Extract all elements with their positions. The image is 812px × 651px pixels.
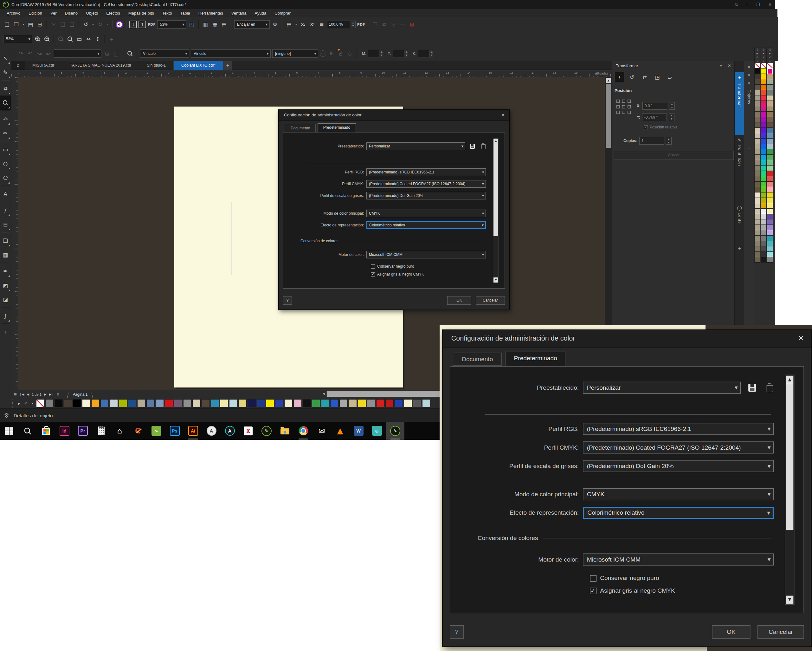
color-swatch[interactable] <box>229 399 237 408</box>
color-swatch[interactable] <box>761 85 766 90</box>
color-engine-combo[interactable]: Microsoft ICM CMM▼ <box>583 553 774 565</box>
color-swatch[interactable] <box>755 182 760 187</box>
freehand-tool[interactable]: ✍ <box>0 112 11 126</box>
color-swatch[interactable] <box>755 246 760 252</box>
color-swatch[interactable] <box>761 165 766 171</box>
menu-objeto[interactable]: Objeto <box>82 10 102 17</box>
color-swatch[interactable] <box>404 399 412 408</box>
taskbar-icon-vlc[interactable]: ▲ <box>331 422 349 440</box>
color-swatch[interactable] <box>767 235 773 241</box>
add-docker-button[interactable]: ＋ <box>735 243 744 255</box>
color-swatch[interactable] <box>761 149 766 155</box>
position-transform-icon[interactable]: ＋ <box>615 72 624 82</box>
palette-eyedropper-icon[interactable]: ✐ <box>23 402 29 405</box>
color-swatch[interactable] <box>767 182 773 187</box>
add-page-icon-right[interactable]: ⊞ <box>57 393 59 396</box>
color-swatch[interactable] <box>755 79 760 85</box>
rollover-extract-icon[interactable]: ↝ <box>35 49 43 58</box>
color-swatch[interactable] <box>755 219 760 225</box>
menu-archivo[interactable]: Archivo <box>3 10 24 17</box>
menu-mapas-de-bits[interactable]: Mapas de bits <box>124 10 158 17</box>
color-swatch[interactable] <box>767 241 773 246</box>
color-swatch[interactable] <box>767 160 773 165</box>
zoom-out-icon[interactable]: − <box>43 35 51 43</box>
relative-position-checkbox[interactable] <box>644 125 648 129</box>
tab-predeterminado[interactable]: Predeterminado <box>317 123 356 133</box>
color-swatch[interactable] <box>761 176 766 182</box>
rgb-profile-combo[interactable]: (Predeterminado) sRGB IEC61966-2.1▼ <box>583 423 774 435</box>
hand-pointer-icon[interactable]: ☝ <box>337 49 345 58</box>
delete-preset-icon[interactable] <box>479 142 487 150</box>
color-swatch[interactable] <box>755 95 760 101</box>
docker-tab-transformar[interactable]: ＋Transformar <box>735 72 744 135</box>
taskbar-icon-search[interactable] <box>18 422 37 440</box>
color-swatch[interactable] <box>767 101 773 106</box>
taskbar-icon-file-explorer[interactable] <box>276 422 294 440</box>
palette-collapse-icon[interactable]: ∧ <box>761 59 766 63</box>
menu-efectos[interactable]: Efectos <box>102 10 124 17</box>
palette-flyout-icon[interactable]: ▶ <box>761 52 766 55</box>
color-swatch[interactable] <box>247 399 256 408</box>
zoom-to-all-objects-icon[interactable] <box>66 35 74 43</box>
duplicate-state-icon[interactable]: ⧉ <box>103 49 111 58</box>
color-swatch[interactable] <box>755 252 760 257</box>
taskbar-icon-premiere[interactable]: Pr <box>73 422 92 440</box>
hotspot-icon[interactable]: ≋ <box>328 49 335 58</box>
primary-color-mode-combo[interactable]: CMYK▼ <box>583 488 774 500</box>
dialog-scroll-thumb[interactable] <box>493 144 498 236</box>
crop-tool[interactable]: ⧉ <box>0 81 11 95</box>
color-swatch[interactable] <box>128 399 136 408</box>
rollover-create-icon[interactable]: ↷ <box>17 49 25 58</box>
color-swatch[interactable] <box>45 399 53 408</box>
new-document-tab-button[interactable]: + <box>223 61 232 70</box>
color-swatch[interactable] <box>767 230 773 235</box>
copies-stepper[interactable]: ▲▼ <box>666 137 672 145</box>
color-swatch[interactable] <box>755 203 760 209</box>
rotate-transform-icon[interactable]: ↺ <box>627 72 637 82</box>
status-gear-icon[interactable]: ⚙ <box>4 412 9 419</box>
import-icon[interactable]: ↓ <box>129 21 137 28</box>
color-swatch[interactable] <box>395 399 403 408</box>
color-swatch[interactable] <box>755 117 760 122</box>
skew-transform-icon[interactable]: ▱ <box>665 72 675 82</box>
color-swatch[interactable] <box>755 214 760 219</box>
smart-fill-tool[interactable]: ◪ <box>0 292 11 307</box>
full-screen-preview-icon[interactable]: ◳ <box>188 20 195 29</box>
color-swatch[interactable] <box>761 112 766 117</box>
docker-collapse-icon[interactable]: » <box>720 63 722 68</box>
web-text-compatible-icon[interactable]: ♁ <box>346 49 354 58</box>
taskbar-icon-photoshop[interactable]: Ps <box>165 422 184 440</box>
color-swatch[interactable] <box>755 101 760 106</box>
color-swatch[interactable] <box>312 399 320 408</box>
redo-dropdown-icon[interactable]: ▾ <box>105 20 109 29</box>
y-value-spinner[interactable]: ▲▼ <box>393 50 409 57</box>
character-spacing-icon[interactable]: ≡ <box>318 20 325 29</box>
color-swatch[interactable] <box>147 399 155 408</box>
color-swatch[interactable] <box>293 399 302 408</box>
y-stepper[interactable]: ▲▼ <box>669 113 675 121</box>
color-swatch[interactable] <box>376 399 385 408</box>
color-swatch[interactable] <box>761 241 766 246</box>
dialog-scroll-down-icon[interactable]: ▼ <box>493 277 498 283</box>
grayscale-profile-combo[interactable]: (Predeterminado) Dot Gain 20%▼ <box>583 460 774 472</box>
open-document-icon[interactable]: ❐ <box>12 20 20 29</box>
rollover-duplicate-icon[interactable]: ↜ <box>45 49 52 58</box>
redo-icon[interactable]: ↻ <box>96 20 104 29</box>
color-swatch[interactable] <box>755 122 760 128</box>
color-swatch[interactable] <box>767 112 773 117</box>
color-swatch[interactable] <box>767 117 773 122</box>
color-swatch[interactable] <box>755 106 760 112</box>
zoom-to-page-icon[interactable]: ▭ <box>75 35 83 43</box>
color-swatch[interactable] <box>755 160 760 165</box>
menu-edición[interactable]: Edición <box>24 10 46 17</box>
document-options-dropdown-icon[interactable]: ▾ <box>295 20 298 29</box>
color-swatch[interactable] <box>761 144 766 149</box>
document-tab[interactable]: Coolant LIXTO.cdr* <box>174 61 223 70</box>
color-swatch[interactable] <box>755 112 760 117</box>
apply-button[interactable]: Aplicar <box>614 151 734 160</box>
color-engine-combo[interactable]: Microsoft ICM CMM▼ <box>366 251 486 258</box>
color-swatch[interactable] <box>767 122 773 128</box>
palette-flyout-icon[interactable]: ▶ <box>755 52 760 55</box>
zoom-in-icon[interactable]: + <box>34 35 41 43</box>
publish-to-pdf-icon[interactable]: PDF <box>148 20 156 29</box>
